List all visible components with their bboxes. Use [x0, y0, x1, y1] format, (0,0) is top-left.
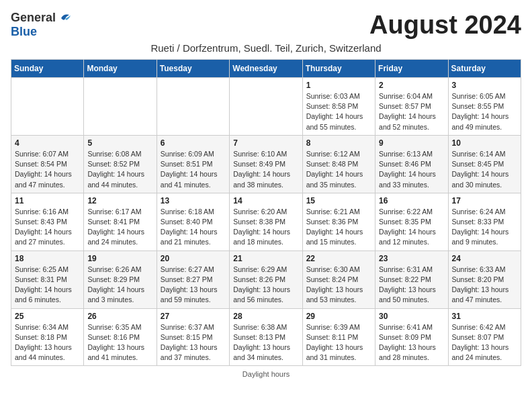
day-number: 19 — [87, 254, 152, 263]
calendar-cell: 21Sunrise: 6:29 AM Sunset: 8:26 PM Dayli… — [230, 250, 302, 308]
calendar-cell: 11Sunrise: 6:16 AM Sunset: 8:43 PM Dayli… — [11, 193, 84, 250]
day-number: 30 — [379, 312, 444, 321]
calendar-cell: 24Sunrise: 6:33 AM Sunset: 8:20 PM Dayli… — [448, 250, 521, 308]
day-of-week-monday: Monday — [84, 60, 157, 78]
day-number: 20 — [161, 254, 226, 263]
logo-blue: Blue — [11, 25, 37, 39]
calendar-cell: 23Sunrise: 6:31 AM Sunset: 8:22 PM Dayli… — [375, 250, 448, 308]
day-number: 15 — [306, 196, 371, 205]
day-number: 11 — [15, 196, 80, 205]
day-info: Sunrise: 6:18 AM Sunset: 8:40 PM Dayligh… — [161, 207, 226, 248]
day-number: 24 — [452, 254, 517, 263]
day-info: Sunrise: 6:37 AM Sunset: 8:15 PM Dayligh… — [161, 322, 226, 363]
calendar-cell: 31Sunrise: 6:42 AM Sunset: 8:07 PM Dayli… — [448, 308, 521, 366]
day-info: Sunrise: 6:22 AM Sunset: 8:35 PM Dayligh… — [379, 207, 444, 248]
day-info: Sunrise: 6:07 AM Sunset: 8:54 PM Dayligh… — [15, 149, 80, 190]
day-info: Sunrise: 6:04 AM Sunset: 8:57 PM Dayligh… — [379, 91, 444, 132]
day-number: 5 — [87, 138, 152, 148]
logo-bird-icon — [57, 12, 72, 24]
calendar-cell: 3Sunrise: 6:05 AM Sunset: 8:55 PM Daylig… — [448, 78, 521, 136]
calendar-cell: 16Sunrise: 6:22 AM Sunset: 8:35 PM Dayli… — [375, 193, 448, 250]
calendar-cell: 1Sunrise: 6:03 AM Sunset: 8:58 PM Daylig… — [302, 78, 375, 136]
calendar-cell: 30Sunrise: 6:41 AM Sunset: 8:09 PM Dayli… — [375, 308, 448, 366]
calendar-cell — [157, 78, 229, 136]
day-number: 3 — [452, 81, 517, 90]
day-info: Sunrise: 6:38 AM Sunset: 8:13 PM Dayligh… — [233, 322, 298, 363]
calendar-cell: 8Sunrise: 6:12 AM Sunset: 8:48 PM Daylig… — [302, 135, 375, 193]
calendar-cell: 20Sunrise: 6:27 AM Sunset: 8:27 PM Dayli… — [157, 250, 229, 308]
calendar-week-3: 11Sunrise: 6:16 AM Sunset: 8:43 PM Dayli… — [11, 193, 521, 250]
day-of-week-thursday: Thursday — [302, 60, 375, 78]
day-number: 29 — [306, 312, 371, 321]
calendar-cell: 17Sunrise: 6:24 AM Sunset: 8:33 PM Dayli… — [448, 193, 521, 250]
calendar-cell: 19Sunrise: 6:26 AM Sunset: 8:29 PM Dayli… — [84, 250, 157, 308]
day-info: Sunrise: 6:25 AM Sunset: 8:31 PM Dayligh… — [15, 265, 80, 306]
day-number: 7 — [233, 138, 298, 148]
calendar-week-5: 25Sunrise: 6:34 AM Sunset: 8:18 PM Dayli… — [11, 308, 521, 366]
calendar-cell: 6Sunrise: 6:09 AM Sunset: 8:51 PM Daylig… — [157, 135, 229, 193]
day-info: Sunrise: 6:17 AM Sunset: 8:41 PM Dayligh… — [87, 207, 152, 248]
calendar-subtitle: Rueti / Dorfzentrum, Suedl. Teil, Zurich… — [11, 42, 521, 54]
day-number: 27 — [161, 312, 226, 321]
calendar-week-2: 4Sunrise: 6:07 AM Sunset: 8:54 PM Daylig… — [11, 135, 521, 193]
day-of-week-wednesday: Wednesday — [230, 60, 302, 78]
day-info: Sunrise: 6:33 AM Sunset: 8:20 PM Dayligh… — [452, 265, 517, 306]
calendar-cell: 26Sunrise: 6:35 AM Sunset: 8:16 PM Dayli… — [84, 308, 157, 366]
day-info: Sunrise: 6:16 AM Sunset: 8:43 PM Dayligh… — [15, 207, 80, 248]
calendar-cell: 27Sunrise: 6:37 AM Sunset: 8:15 PM Dayli… — [157, 308, 229, 366]
day-number: 16 — [379, 196, 444, 205]
day-info: Sunrise: 6:24 AM Sunset: 8:33 PM Dayligh… — [452, 207, 517, 248]
day-info: Sunrise: 6:34 AM Sunset: 8:18 PM Dayligh… — [15, 322, 80, 363]
day-info: Sunrise: 6:41 AM Sunset: 8:09 PM Dayligh… — [379, 322, 444, 363]
calendar-cell: 2Sunrise: 6:04 AM Sunset: 8:57 PM Daylig… — [375, 78, 448, 136]
day-number: 1 — [306, 81, 371, 90]
calendar-cell: 18Sunrise: 6:25 AM Sunset: 8:31 PM Dayli… — [11, 250, 84, 308]
calendar-cell: 14Sunrise: 6:20 AM Sunset: 8:38 PM Dayli… — [230, 193, 302, 250]
calendar-cell: 10Sunrise: 6:14 AM Sunset: 8:45 PM Dayli… — [448, 135, 521, 193]
day-number: 4 — [15, 138, 80, 148]
day-number: 26 — [87, 312, 152, 321]
day-info: Sunrise: 6:20 AM Sunset: 8:38 PM Dayligh… — [233, 207, 298, 248]
day-info: Sunrise: 6:42 AM Sunset: 8:07 PM Dayligh… — [452, 322, 517, 363]
day-number: 13 — [161, 196, 226, 205]
calendar-week-1: 1Sunrise: 6:03 AM Sunset: 8:58 PM Daylig… — [11, 78, 521, 136]
day-info: Sunrise: 6:13 AM Sunset: 8:46 PM Dayligh… — [379, 149, 444, 190]
day-number: 22 — [306, 254, 371, 263]
day-number: 12 — [87, 196, 152, 205]
day-info: Sunrise: 6:39 AM Sunset: 8:11 PM Dayligh… — [306, 322, 371, 363]
day-of-week-tuesday: Tuesday — [157, 60, 229, 78]
day-of-week-sunday: Sunday — [11, 60, 84, 78]
day-info: Sunrise: 6:31 AM Sunset: 8:22 PM Dayligh… — [379, 265, 444, 306]
day-number: 18 — [15, 254, 80, 263]
day-number: 28 — [233, 312, 298, 321]
day-of-week-saturday: Saturday — [448, 60, 521, 78]
day-number: 23 — [379, 254, 444, 263]
day-number: 8 — [306, 138, 371, 148]
day-number: 25 — [15, 312, 80, 321]
day-number: 17 — [452, 196, 517, 205]
calendar-cell: 13Sunrise: 6:18 AM Sunset: 8:40 PM Dayli… — [157, 193, 229, 250]
day-info: Sunrise: 6:35 AM Sunset: 8:16 PM Dayligh… — [87, 322, 152, 363]
day-info: Sunrise: 6:27 AM Sunset: 8:27 PM Dayligh… — [161, 265, 226, 306]
calendar-table: SundayMondayTuesdayWednesdayThursdayFrid… — [11, 59, 521, 366]
day-info: Sunrise: 6:21 AM Sunset: 8:36 PM Dayligh… — [306, 207, 371, 248]
calendar-cell — [230, 78, 302, 136]
calendar-cell: 29Sunrise: 6:39 AM Sunset: 8:11 PM Dayli… — [302, 308, 375, 366]
day-info: Sunrise: 6:10 AM Sunset: 8:49 PM Dayligh… — [233, 149, 298, 190]
day-info: Sunrise: 6:12 AM Sunset: 8:48 PM Dayligh… — [306, 149, 371, 190]
month-title: August 2024 — [369, 11, 521, 40]
day-of-week-friday: Friday — [375, 60, 448, 78]
day-number: 21 — [233, 254, 298, 263]
logo: General Blue — [11, 11, 72, 39]
calendar-cell: 25Sunrise: 6:34 AM Sunset: 8:18 PM Dayli… — [11, 308, 84, 366]
day-number: 9 — [379, 138, 444, 148]
day-number: 6 — [161, 138, 226, 148]
day-number: 2 — [379, 81, 444, 90]
calendar-cell: 22Sunrise: 6:30 AM Sunset: 8:24 PM Dayli… — [302, 250, 375, 308]
day-number: 14 — [233, 196, 298, 205]
calendar-cell — [84, 78, 157, 136]
day-info: Sunrise: 6:30 AM Sunset: 8:24 PM Dayligh… — [306, 265, 371, 306]
calendar-cell: 7Sunrise: 6:10 AM Sunset: 8:49 PM Daylig… — [230, 135, 302, 193]
day-info: Sunrise: 6:03 AM Sunset: 8:58 PM Dayligh… — [306, 91, 371, 132]
logo-general: General — [11, 11, 56, 25]
